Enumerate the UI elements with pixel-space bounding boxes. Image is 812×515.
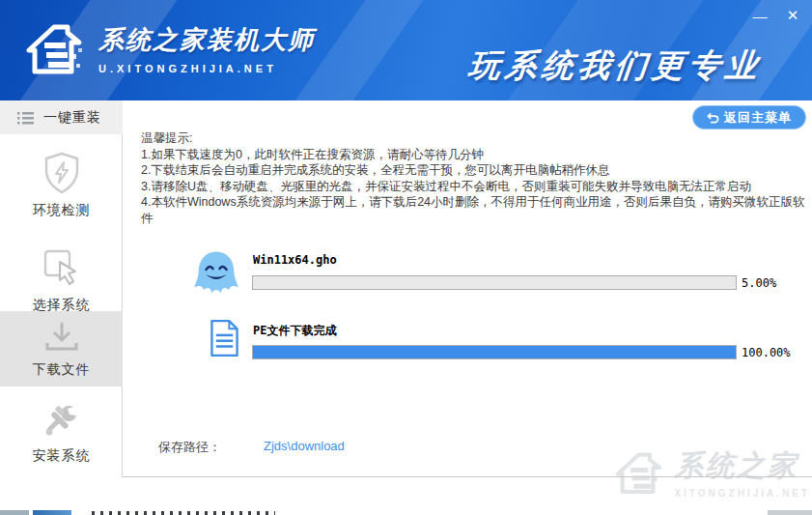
sidebar: 一键重装 环境检测 选择系统: [0, 100, 123, 477]
sidebar-item-env-check[interactable]: 环境检测: [0, 151, 123, 228]
tip-line: 2.下载结束后会自动重启并完成系统的安装，全程无需干预，您可以离开电脑帖稍作休息: [141, 162, 812, 179]
download-icon: [42, 320, 81, 355]
tips-title: 温馨提示:: [141, 130, 812, 147]
watermark-house-icon: [614, 448, 666, 497]
download-progress-bar: [252, 345, 737, 359]
brand-title: 系统之家装机大师: [98, 23, 315, 57]
menu-list-icon: [17, 111, 34, 125]
save-path-label: 保存路径：: [158, 439, 221, 456]
download-file-name: Win11x64.gho: [253, 253, 337, 267]
tip-line: 1.如果下载速度为0，此时软件正在搜索资源，请耐心等待几分钟: [141, 147, 812, 163]
sidebar-item-label: 安装系统: [33, 447, 91, 465]
house-logo-icon: [25, 19, 87, 77]
tip-line: 3.请移除U盘、移动硬盘、光驱里的光盘，并保证安装过程中不会断电，否则重装可能失…: [141, 179, 812, 195]
return-main-menu-button[interactable]: 返回主菜单: [692, 105, 806, 129]
return-arrow-icon: [707, 111, 719, 124]
edge-segment: [33, 510, 71, 515]
sidebar-item-label: 下载文件: [33, 361, 91, 379]
sidebar-item-label: 环境检测: [33, 202, 91, 219]
ghost-file-icon: [189, 247, 243, 303]
watermark-subtitle: XITONGZHIJIA.NET: [674, 488, 810, 499]
cursor-select-icon: [41, 247, 83, 290]
return-button-label: 返回主菜单: [724, 109, 792, 127]
sidebar-item-download-files[interactable]: 下载文件: [0, 311, 123, 386]
tips-block: 温馨提示: 1.如果下载速度为0，此时软件正在搜索资源，请耐心等待几分钟 2.下…: [141, 130, 812, 226]
document-file-icon: [210, 319, 239, 358]
download-file-name: PE文件下载完成: [253, 323, 336, 339]
sidebar-item-onekey-reinstall[interactable]: 一键重装: [0, 100, 123, 134]
brand-url: U.XITONGZHIJIA.NET: [98, 63, 315, 74]
edge-segment: [0, 510, 29, 515]
main-panel: 返回主菜单 温馨提示: 1.如果下载速度为0，此时软件正在搜索资源，请耐心等待几…: [124, 100, 812, 477]
header-slogan: 玩系统我们更专业: [466, 44, 765, 88]
sidebar-item-label: 一键重装: [43, 109, 101, 127]
app-body: 一键重装 环境检测 选择系统: [0, 100, 812, 477]
save-path-row: 保存路径： Zjds\download: [158, 439, 345, 456]
window-controls: — ✕: [750, 6, 802, 25]
site-watermark: 系统之家 XITONGZHIJIA.NET: [614, 446, 810, 499]
watermark-title: 系统之家: [674, 446, 810, 486]
tools-icon: [42, 402, 82, 441]
edge-segment: [92, 511, 275, 515]
edge-segment: [768, 510, 812, 515]
save-path-link[interactable]: Zjds\download: [264, 439, 345, 456]
close-button[interactable]: ✕: [783, 6, 802, 25]
background-window-edge: [0, 510, 812, 515]
download-progress-fill: [253, 346, 736, 358]
app-window: 系统之家装机大师 U.XITONGZHIJIA.NET 玩系统我们更专业 — ✕: [0, 0, 812, 515]
download-progress-bar: [252, 275, 737, 290]
header-banner: 系统之家装机大师 U.XITONGZHIJIA.NET 玩系统我们更专业 — ✕: [0, 0, 812, 100]
download-percent: 5.00%: [742, 276, 776, 290]
tip-line: 4.本软件Windows系统资源均来源于网上，请下载后24小时删除，不得用于任何…: [141, 194, 812, 226]
minimize-button[interactable]: —: [750, 6, 770, 25]
brand-logo: 系统之家装机大师 U.XITONGZHIJIA.NET: [25, 19, 315, 77]
sidebar-item-install-system[interactable]: 安装系统: [0, 402, 123, 479]
download-percent: 100.00%: [742, 346, 791, 359]
shield-bolt-icon: [42, 151, 82, 195]
